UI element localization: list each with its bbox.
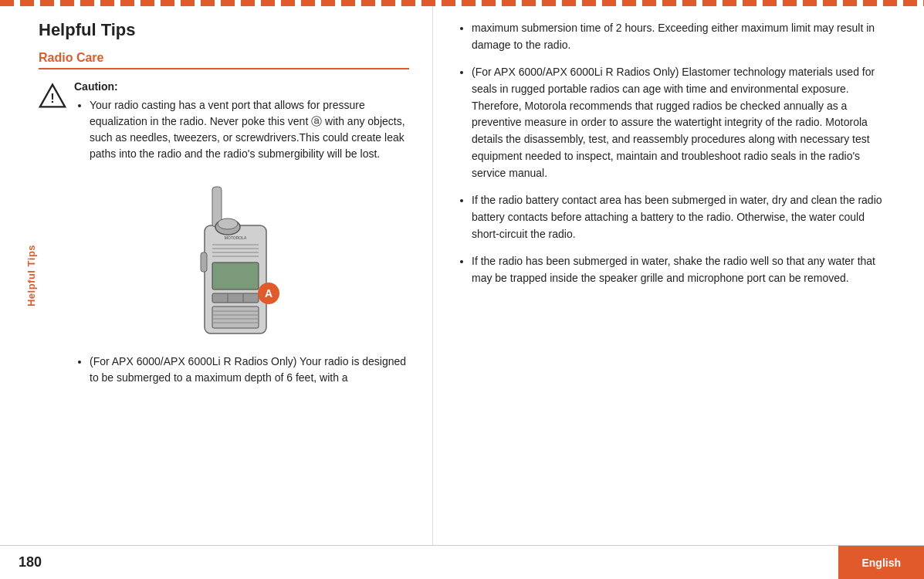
caution-content: Caution: Your radio casting has a vent p… [74,80,409,167]
bottom-spacer [62,546,838,579]
page-number: 180 [0,546,62,579]
svg-rect-19 [201,252,207,272]
left-column: Helpful Tips Helpful Tips Radio Care ! C… [0,6,432,545]
svg-rect-10 [212,262,259,290]
svg-rect-11 [212,293,259,303]
left-bullet-list-2: (For APX 6000/APX 6000Li R Radios Only) … [74,354,409,386]
right-bullet-4: If the radio has been submerged in water… [472,253,893,286]
sidebar-label: Helpful Tips [25,245,37,306]
left-bullet-1: Your radio casting has a vent port that … [90,97,409,162]
svg-text:MOTOROLA: MOTOROLA [225,235,247,240]
page-title: Helpful Tips [39,20,409,40]
caution-box: ! Caution: Your radio casting has a vent… [39,80,409,167]
right-bullet-1: maximum submersion time of 2 hours. Exce… [472,20,893,53]
left-bullet-2: (For APX 6000/APX 6000Li R Radios Only) … [90,354,409,386]
svg-text:A: A [265,287,272,300]
radio-svg: MOTOROLA A [170,179,301,341]
right-bullet-list: maximum submersion time of 2 hours. Exce… [456,20,893,287]
right-column: maximum submersion time of 2 hours. Exce… [432,6,924,545]
top-decorative-border [0,0,924,6]
radio-image-area: MOTOROLA A [62,179,409,341]
svg-rect-14 [212,306,259,328]
left-bullet-list: Your radio casting has a vent port that … [74,97,409,162]
caution-title: Caution: [74,80,409,93]
right-bullet-3: If the radio battery contact area has be… [472,192,893,242]
section-title: Radio Care [39,51,409,69]
caution-icon: ! [39,82,66,112]
svg-text:!: ! [50,91,54,105]
language-tab[interactable]: English [838,546,924,579]
svg-point-5 [218,218,238,229]
bottom-bar: 180 English [0,545,924,579]
right-bullet-2: (For APX 6000/APX 6000Li R Radios Only) … [472,64,893,181]
